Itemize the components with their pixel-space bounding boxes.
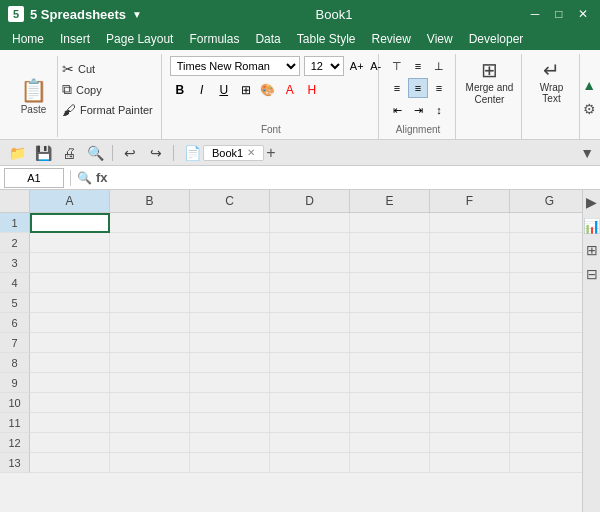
merge-center-button[interactable]: ⊞ Merge and Center: [462, 56, 516, 108]
row-header-7[interactable]: 7: [0, 333, 30, 353]
cell-e11[interactable]: [350, 413, 430, 433]
borders-button[interactable]: ⊞: [236, 80, 256, 100]
corner-cell[interactable]: [0, 190, 30, 212]
cell-f8[interactable]: [430, 353, 510, 373]
cell-d1[interactable]: [270, 213, 350, 233]
menu-review[interactable]: Review: [364, 30, 419, 48]
cell-f10[interactable]: [430, 393, 510, 413]
cell-a2[interactable]: [30, 233, 110, 253]
cut-button[interactable]: ✂ Cut: [60, 60, 155, 78]
cell-c4[interactable]: [190, 273, 270, 293]
ribbon-settings-button[interactable]: ⚙: [583, 101, 596, 117]
cell-b13[interactable]: [110, 453, 190, 473]
cell-g2[interactable]: [510, 233, 582, 253]
cell-c3[interactable]: [190, 253, 270, 273]
menu-data[interactable]: Data: [247, 30, 288, 48]
menu-developer[interactable]: Developer: [461, 30, 532, 48]
col-header-e[interactable]: E: [350, 190, 430, 212]
cell-c9[interactable]: [190, 373, 270, 393]
ribbon-collapse-button[interactable]: ▲: [582, 77, 596, 93]
decrease-indent-button[interactable]: ⇤: [387, 100, 407, 120]
underline-button[interactable]: U: [214, 80, 234, 100]
qa-save-button[interactable]: 💾: [32, 142, 54, 164]
menu-home[interactable]: Home: [4, 30, 52, 48]
font-size-select[interactable]: 12 10 14 16: [304, 56, 344, 76]
row-header-11[interactable]: 11: [0, 413, 30, 433]
cell-d13[interactable]: [270, 453, 350, 473]
add-tab-button[interactable]: +: [266, 144, 275, 162]
col-header-g[interactable]: G: [510, 190, 582, 212]
cell-e1[interactable]: [350, 213, 430, 233]
cell-f7[interactable]: [430, 333, 510, 353]
cell-a3[interactable]: [30, 253, 110, 273]
menu-view[interactable]: View: [419, 30, 461, 48]
cell-f4[interactable]: [430, 273, 510, 293]
cell-c10[interactable]: [190, 393, 270, 413]
cell-c11[interactable]: [190, 413, 270, 433]
minimize-sheet-button[interactable]: ▼: [580, 145, 594, 161]
cell-e12[interactable]: [350, 433, 430, 453]
cell-a10[interactable]: [30, 393, 110, 413]
cell-c2[interactable]: [190, 233, 270, 253]
cell-b1[interactable]: [110, 213, 190, 233]
cell-b6[interactable]: [110, 313, 190, 333]
highlight-button[interactable]: H: [302, 80, 322, 100]
cell-b8[interactable]: [110, 353, 190, 373]
book1-tab[interactable]: Book1 ✕: [203, 145, 264, 161]
cell-a7[interactable]: [30, 333, 110, 353]
cell-d3[interactable]: [270, 253, 350, 273]
cell-b9[interactable]: [110, 373, 190, 393]
dropdown-arrow[interactable]: ▼: [132, 9, 142, 20]
row-header-4[interactable]: 4: [0, 273, 30, 293]
row-header-5[interactable]: 5: [0, 293, 30, 313]
cell-a5[interactable]: [30, 293, 110, 313]
cell-b10[interactable]: [110, 393, 190, 413]
cell-a12[interactable]: [30, 433, 110, 453]
cell-e8[interactable]: [350, 353, 430, 373]
text-direction-button[interactable]: ↕: [429, 100, 449, 120]
cell-g10[interactable]: [510, 393, 582, 413]
cell-a6[interactable]: [30, 313, 110, 333]
copy-button[interactable]: ⧉ Copy: [60, 80, 155, 99]
row-header-10[interactable]: 10: [0, 393, 30, 413]
cell-b11[interactable]: [110, 413, 190, 433]
cell-c6[interactable]: [190, 313, 270, 333]
cell-g7[interactable]: [510, 333, 582, 353]
cell-g5[interactable]: [510, 293, 582, 313]
cell-d12[interactable]: [270, 433, 350, 453]
row-header-2[interactable]: 2: [0, 233, 30, 253]
col-header-f[interactable]: F: [430, 190, 510, 212]
qa-undo-button[interactable]: ↩: [119, 142, 141, 164]
col-header-c[interactable]: C: [190, 190, 270, 212]
formula-input[interactable]: [112, 168, 596, 188]
row-header-1[interactable]: 1: [0, 213, 30, 233]
cell-g13[interactable]: [510, 453, 582, 473]
bold-button[interactable]: B: [170, 80, 190, 100]
minimize-button[interactable]: ─: [526, 7, 544, 21]
cell-b4[interactable]: [110, 273, 190, 293]
row-header-3[interactable]: 3: [0, 253, 30, 273]
fill-color-button[interactable]: 🎨: [258, 80, 278, 100]
cell-g3[interactable]: [510, 253, 582, 273]
close-button[interactable]: ✕: [574, 7, 592, 21]
cell-f13[interactable]: [430, 453, 510, 473]
cell-g11[interactable]: [510, 413, 582, 433]
cell-d11[interactable]: [270, 413, 350, 433]
cell-g8[interactable]: [510, 353, 582, 373]
cell-f12[interactable]: [430, 433, 510, 453]
cell-a11[interactable]: [30, 413, 110, 433]
menu-page-layout[interactable]: Page Layout: [98, 30, 181, 48]
row-header-12[interactable]: 12: [0, 433, 30, 453]
format-painter-button[interactable]: 🖌 Format Painter: [60, 101, 155, 119]
cell-a8[interactable]: [30, 353, 110, 373]
qa-print-button[interactable]: 🖨: [58, 142, 80, 164]
rp-filter-button[interactable]: ⊟: [586, 266, 598, 282]
cell-b3[interactable]: [110, 253, 190, 273]
menu-formulas[interactable]: Formulas: [181, 30, 247, 48]
cell-e3[interactable]: [350, 253, 430, 273]
cell-d2[interactable]: [270, 233, 350, 253]
cell-f5[interactable]: [430, 293, 510, 313]
cell-c13[interactable]: [190, 453, 270, 473]
cell-b7[interactable]: [110, 333, 190, 353]
paste-button[interactable]: 📋 Paste: [10, 56, 58, 137]
